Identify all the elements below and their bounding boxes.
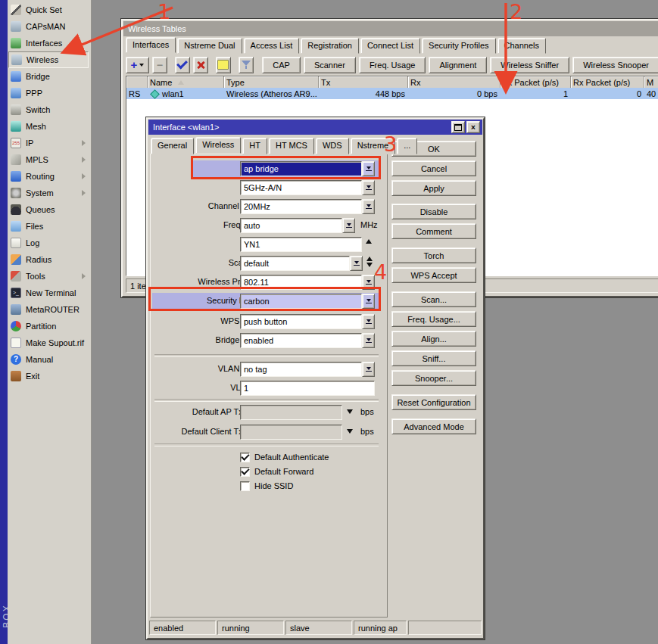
scan-list-dropdown-button[interactable] <box>350 256 363 271</box>
tab-general[interactable]: General <box>151 138 194 154</box>
security-profile-select[interactable]: carbon <box>240 294 362 309</box>
disable-button[interactable] <box>193 57 208 73</box>
sidebar-item-capsman[interactable]: CAPsMAN <box>8 18 89 35</box>
comment-button[interactable]: Comment <box>391 223 476 239</box>
security-profile-dropdown-button[interactable] <box>362 294 375 309</box>
checkbox-checked[interactable] <box>240 453 250 462</box>
scan-button[interactable]: Scan... <box>391 291 476 307</box>
add-button[interactable]: + <box>126 57 149 73</box>
vlan-mode-dropdown-button[interactable] <box>362 362 375 377</box>
sidebar-item-tools[interactable]: Tools <box>8 268 89 285</box>
wireless-protocol-select[interactable]: 802.11 <box>240 275 362 290</box>
default-client-tx-rate-arrow[interactable] <box>347 429 353 434</box>
checkbox-default-authenticate[interactable]: Default Authenticate <box>240 451 329 463</box>
ssid-input[interactable]: YN1 <box>240 237 362 252</box>
wps-mode-select[interactable]: push button <box>240 314 362 329</box>
freq-usage-button[interactable]: Freq. Usage <box>359 57 426 73</box>
col-name[interactable]: Name <box>148 76 224 88</box>
cancel-button[interactable]: Cancel <box>391 160 476 176</box>
sidebar-item-mesh[interactable]: Mesh <box>8 118 89 135</box>
wps-accept-button[interactable]: WPS Accept <box>391 267 476 283</box>
checkbox-checked[interactable] <box>240 467 250 477</box>
sidebar-item-radius[interactable]: Radius <box>8 251 89 268</box>
sidebar-item-switch[interactable]: Switch <box>8 101 89 118</box>
alignment-button[interactable]: Alignment <box>429 57 487 73</box>
tab-channels[interactable]: Channels <box>497 38 546 54</box>
sidebar-item-mpls[interactable]: MPLS <box>8 151 89 168</box>
sidebar-item-routing[interactable]: Routing <box>8 168 89 185</box>
wireless-snooper-button[interactable]: Wireless Snooper <box>572 57 658 73</box>
default-ap-tx-rate-arrow[interactable] <box>347 409 353 414</box>
mode-select[interactable]: ap bridge <box>240 161 362 176</box>
col-mac[interactable]: M <box>644 76 658 88</box>
sidebar-item-manual[interactable]: Manual <box>8 351 89 368</box>
sidebar-item-ppp[interactable]: PPP <box>8 85 89 101</box>
tab-ht-mcs[interactable]: HT MCS <box>269 138 314 154</box>
sidebar-item-ip[interactable]: IP <box>8 135 89 151</box>
default-ap-tx-rate-input[interactable] <box>240 405 342 420</box>
tab-connect-list[interactable]: Connect List <box>360 38 420 54</box>
sidebar-item-partition[interactable]: Partition <box>8 318 89 334</box>
close-button[interactable]: × <box>466 121 480 133</box>
channel-width-dropdown-button[interactable] <box>362 199 375 214</box>
band-select[interactable]: 5GHz-A/N <box>240 180 362 195</box>
tab-wireless[interactable]: Wireless <box>195 137 241 154</box>
col-rx-packet[interactable]: Rx Packet (p/s) <box>571 76 644 88</box>
sidebar-item-bridge[interactable]: Bridge <box>8 68 89 85</box>
sidebar-item-queues[interactable]: Queues <box>8 201 89 218</box>
cap-button[interactable]: CAP <box>262 57 301 73</box>
advanced-mode-button[interactable]: Advanced Mode <box>391 418 476 434</box>
col-tx[interactable]: Tx <box>319 76 408 88</box>
sidebar-item-log[interactable]: Log <box>8 235 89 251</box>
vlan-mode-select[interactable]: no tag <box>240 362 362 377</box>
torch-button[interactable]: Torch <box>391 247 476 263</box>
sidebar-item-files[interactable]: Files <box>8 218 89 235</box>
tab-wds[interactable]: WDS <box>316 138 349 154</box>
tab-more[interactable]: ... <box>397 138 417 154</box>
frequency-dropdown-button[interactable] <box>342 218 355 233</box>
frequency-select[interactable]: auto <box>240 218 342 233</box>
col-flags[interactable] <box>126 76 148 88</box>
sidebar-item-system[interactable]: System <box>8 185 89 201</box>
tab-ht[interactable]: HT <box>242 138 267 154</box>
tab-security-profiles[interactable]: Security Profiles <box>422 38 495 54</box>
freq-usage-button[interactable]: Freq. Usage... <box>391 311 476 327</box>
sidebar-item-make-supout[interactable]: Make Supout.rif <box>8 334 89 351</box>
sidebar-item-exit[interactable]: Exit <box>8 368 89 384</box>
bridge-mode-dropdown-button[interactable] <box>362 333 375 348</box>
sidebar-item-metarouter[interactable]: MetaROUTER <box>8 301 89 318</box>
sidebar-item-new-terminal[interactable]: New Terminal <box>8 285 89 301</box>
col-rx[interactable]: Rx <box>408 76 501 88</box>
tab-registration[interactable]: Registration <box>301 38 359 54</box>
ssid-collapse-arrow[interactable] <box>366 239 372 244</box>
comment-button[interactable] <box>216 57 231 73</box>
checkbox-hide-ssid[interactable]: Hide SSID <box>240 480 293 492</box>
sidebar-item-quick-set[interactable]: Quick Set <box>8 2 89 18</box>
sniff-button[interactable]: Sniff... <box>391 350 476 366</box>
vlan-id-input[interactable]: 1 <box>240 381 375 396</box>
scan-list-select[interactable]: default <box>240 256 350 271</box>
tab-nstreme-dual[interactable]: Nstreme Dual <box>177 38 242 54</box>
tab-access-list[interactable]: Access List <box>244 38 300 54</box>
remove-button[interactable]: − <box>152 57 167 73</box>
mode-dropdown-button[interactable] <box>362 161 375 176</box>
scan-list-spinner[interactable] <box>366 257 373 267</box>
col-type[interactable]: Type <box>224 76 319 88</box>
apply-button[interactable]: Apply <box>391 180 476 196</box>
sidebar-item-interfaces[interactable]: Interfaces <box>8 35 89 51</box>
bridge-mode-select[interactable]: enabled <box>240 333 362 348</box>
checkbox-unchecked[interactable] <box>240 481 250 491</box>
disable-button[interactable]: Disable <box>391 204 476 219</box>
band-dropdown-button[interactable] <box>362 180 375 195</box>
wps-mode-dropdown-button[interactable] <box>362 314 375 329</box>
snooper-button[interactable]: Snooper... <box>391 370 476 386</box>
maximize-button[interactable] <box>451 121 465 133</box>
filter-button[interactable] <box>239 57 254 73</box>
col-tx-packet[interactable]: Tx Packet (p/s) <box>501 76 571 88</box>
sidebar-item-wireless[interactable]: Wireless <box>8 51 89 68</box>
scanner-button[interactable]: Scanner <box>304 57 356 73</box>
wireless-protocol-dropdown-button[interactable] <box>362 275 375 290</box>
enable-button[interactable] <box>175 57 190 73</box>
align-button[interactable]: Align... <box>391 331 476 347</box>
tab-interfaces[interactable]: Interfaces <box>126 37 176 53</box>
